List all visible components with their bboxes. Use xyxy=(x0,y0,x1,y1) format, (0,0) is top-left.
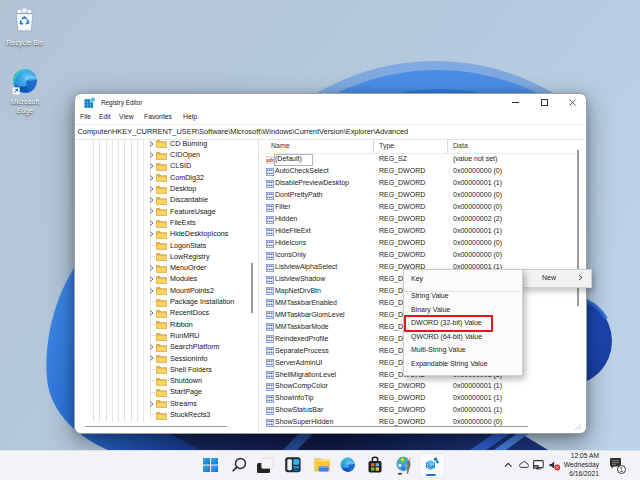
svg-text:ab: ab xyxy=(267,156,273,163)
